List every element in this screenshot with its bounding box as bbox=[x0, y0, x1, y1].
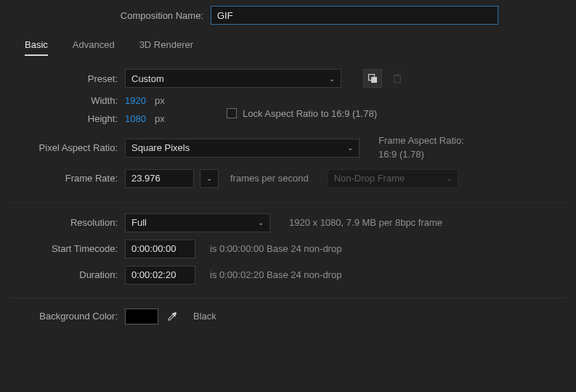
preset-value: Custom bbox=[131, 73, 164, 84]
resolution-value: Full bbox=[131, 217, 147, 228]
frame-aspect-value: 16:9 (1.78) bbox=[378, 148, 464, 162]
duration-label: Duration: bbox=[9, 269, 125, 280]
resolution-info: 1920 x 1080, 7.9 MB per 8bpc frame bbox=[289, 217, 442, 228]
pixel-aspect-label: Pixel Aspect Ratio: bbox=[9, 142, 125, 153]
duration-info: is 0:00:02:20 Base 24 non-drop bbox=[210, 269, 341, 280]
trash-icon bbox=[393, 74, 402, 83]
bg-color-label: Background Color: bbox=[9, 311, 125, 322]
preset-label: Preset: bbox=[9, 73, 125, 84]
save-preset-button[interactable] bbox=[363, 69, 382, 88]
chevron-down-icon: ⌄ bbox=[206, 174, 212, 182]
pixel-aspect-value: Square Pixels bbox=[131, 142, 190, 153]
tab-advanced[interactable]: Advanced bbox=[73, 39, 115, 56]
preset-dropdown[interactable]: Custom ⌄ bbox=[125, 69, 341, 88]
checkbox-icon bbox=[227, 108, 237, 118]
chevron-down-icon: ⌄ bbox=[258, 219, 264, 226]
resolution-label: Resolution: bbox=[9, 217, 125, 228]
frame-rate-preset-dropdown[interactable]: ⌄ bbox=[200, 169, 219, 188]
bg-color-name: Black bbox=[193, 311, 216, 322]
chevron-down-icon: ⌄ bbox=[446, 174, 452, 182]
start-timecode-info: is 0:00:00:00 Base 24 non-drop bbox=[210, 243, 341, 254]
tabs: Basic Advanced 3D Renderer bbox=[25, 39, 567, 56]
height-unit: px bbox=[155, 113, 165, 124]
duration-input[interactable] bbox=[125, 266, 195, 285]
comp-name-label: Composition Name: bbox=[19, 10, 211, 21]
pixel-aspect-dropdown[interactable]: Square Pixels ⌄ bbox=[125, 139, 360, 158]
save-preset-icon bbox=[368, 73, 378, 83]
frame-rate-unit: frames per second bbox=[230, 173, 309, 184]
comp-name-input[interactable] bbox=[211, 6, 498, 25]
drop-frame-value: Non-Drop Frame bbox=[334, 173, 405, 184]
delete-preset-button bbox=[388, 69, 407, 88]
height-label: Height: bbox=[9, 113, 125, 124]
eyedropper-icon bbox=[166, 311, 178, 322]
frame-rate-input[interactable] bbox=[125, 169, 194, 188]
start-timecode-input[interactable] bbox=[125, 240, 195, 258]
frame-aspect-label: Frame Aspect Ratio: bbox=[378, 134, 464, 148]
width-value[interactable]: 1920 bbox=[125, 95, 146, 106]
chevron-down-icon: ⌄ bbox=[347, 144, 353, 152]
resolution-dropdown[interactable]: Full ⌄ bbox=[125, 213, 270, 232]
tab-basic[interactable]: Basic bbox=[25, 39, 48, 56]
width-label: Width: bbox=[9, 95, 125, 106]
chevron-down-icon: ⌄ bbox=[329, 75, 335, 83]
frame-rate-label: Frame Rate: bbox=[9, 173, 125, 184]
start-timecode-label: Start Timecode: bbox=[9, 243, 125, 254]
bg-color-swatch[interactable] bbox=[125, 309, 158, 324]
eyedropper-button[interactable] bbox=[164, 309, 180, 324]
drop-frame-dropdown: Non-Drop Frame ⌄ bbox=[328, 169, 458, 188]
lock-aspect-checkbox[interactable]: Lock Aspect Ratio to 16:9 (1.78) bbox=[227, 108, 377, 119]
lock-aspect-label: Lock Aspect Ratio to 16:9 (1.78) bbox=[243, 108, 377, 119]
width-unit: px bbox=[155, 95, 165, 106]
height-value[interactable]: 1080 bbox=[125, 113, 146, 124]
tab-3d-renderer[interactable]: 3D Renderer bbox=[139, 39, 193, 56]
